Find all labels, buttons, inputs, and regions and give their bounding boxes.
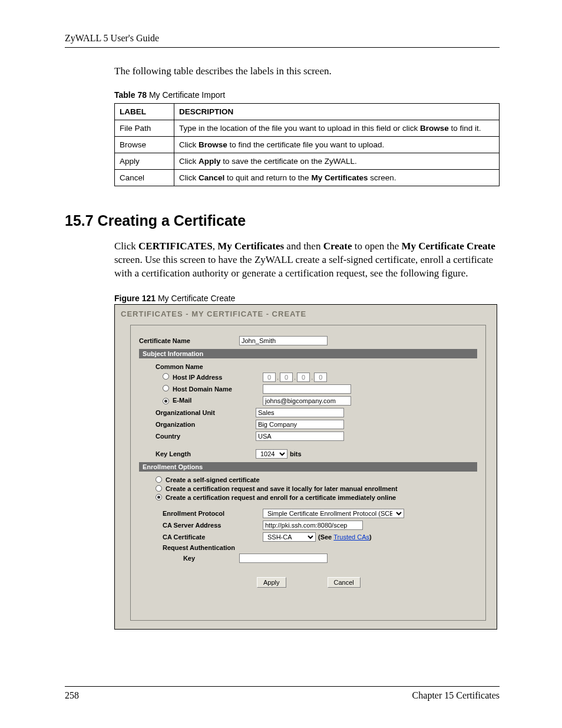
label-country: Country xyxy=(139,433,256,440)
table-78: LABEL DESCRIPTION File Path Type in the … xyxy=(114,103,500,186)
section-heading: 15.7 Creating a Certificate xyxy=(65,212,500,229)
apply-button[interactable]: Apply xyxy=(257,577,286,588)
screen-title: CERTIFICATES - MY CERTIFICATE - CREATE xyxy=(115,305,497,322)
label-host-domain: Host Domain Name xyxy=(139,385,263,393)
intro-text: The following table describes the labels… xyxy=(114,65,500,77)
doc-header: ZyWALL 5 User's Guide xyxy=(65,33,500,44)
table-row: Browse Click Browse to find the certific… xyxy=(115,137,500,153)
radio-host-ip[interactable] xyxy=(163,373,169,380)
figure-screenshot: CERTIFICATES - MY CERTIFICATE - CREATE C… xyxy=(114,304,497,630)
table-row: File Path Type in the location of the fi… xyxy=(115,120,500,137)
cell-label: File Path xyxy=(115,120,174,137)
figure-caption-number: Figure 121 xyxy=(114,294,156,303)
key-length-select[interactable]: 1024 xyxy=(256,449,287,459)
page-footer: 258 Chapter 15 Certificates xyxy=(65,686,500,701)
label-enroll-proto: Enrollment Protocol xyxy=(139,510,263,517)
section-enrollment-options: Enrollment Options xyxy=(139,462,477,472)
radio-host-domain[interactable] xyxy=(163,385,169,391)
cell-desc: Click Cancel to quit and return to the M… xyxy=(174,170,500,186)
label-online-enroll: Create a certification request and enrol… xyxy=(166,494,396,501)
cell-label: Cancel xyxy=(115,170,174,186)
email-input[interactable] xyxy=(263,396,351,406)
label-ca-server: CA Server Address xyxy=(139,522,263,529)
radio-online-enroll[interactable] xyxy=(156,494,162,500)
page-number: 258 xyxy=(65,690,79,701)
radio-email[interactable] xyxy=(163,398,169,404)
trusted-cas-link[interactable]: Trusted CAs xyxy=(333,533,369,541)
ca-cert-select[interactable]: SSH-CA xyxy=(263,532,316,542)
figure-caption-title: My Certificate Create xyxy=(156,294,235,303)
table-caption-number: Table 78 xyxy=(114,90,147,100)
label-key-length: Key Length xyxy=(139,450,256,457)
figure-caption: Figure 121 My Certificate Create xyxy=(114,294,500,303)
label-org-unit: Organizational Unit xyxy=(139,409,256,416)
section-subject-info: Subject Information xyxy=(139,349,477,358)
th-label: LABEL xyxy=(115,104,174,120)
radio-self-signed[interactable] xyxy=(156,476,162,483)
ip-seg-4[interactable] xyxy=(314,373,327,382)
key-input[interactable] xyxy=(239,554,328,563)
cell-label: Browse xyxy=(115,137,174,153)
table-row: Cancel Click Cancel to quit and return t… xyxy=(115,170,500,186)
radio-manual-enroll[interactable] xyxy=(156,485,162,492)
country-input[interactable] xyxy=(256,431,344,441)
label-bits: bits xyxy=(290,450,302,457)
cert-name-input[interactable] xyxy=(239,336,328,345)
footer-rule xyxy=(65,686,500,687)
th-description: DESCRIPTION xyxy=(174,104,500,120)
cell-desc: Click Browse to find the certificate fil… xyxy=(174,137,500,153)
table-caption: Table 78 My Certificate Import xyxy=(114,90,500,100)
table-row: Apply Click Apply to save the certificat… xyxy=(115,153,500,170)
enroll-proto-select[interactable]: Simple Certificate Enrollment Protocol (… xyxy=(263,509,404,518)
label-email: E-Mail xyxy=(139,397,263,404)
see-label: (See Trusted CAs) xyxy=(318,533,372,541)
form-panel: Certificate Name Subject Information Com… xyxy=(130,325,486,621)
cell-label: Apply xyxy=(115,153,174,170)
cancel-button[interactable]: Cancel xyxy=(328,577,361,588)
chapter-label: Chapter 15 Certificates xyxy=(412,690,500,701)
label-key: Key xyxy=(139,555,239,562)
section-paragraph: Click CERTIFICATES, My Certificates and … xyxy=(114,240,500,281)
ip-seg-3[interactable] xyxy=(297,373,310,382)
label-req-auth: Request Authentication xyxy=(139,544,263,551)
org-unit-input[interactable] xyxy=(256,408,344,417)
label-host-ip: Host IP Address xyxy=(139,373,263,381)
ip-seg-1[interactable] xyxy=(263,373,276,382)
ca-server-input[interactable] xyxy=(263,521,363,530)
header-rule xyxy=(65,47,500,48)
label-manual-enroll: Create a certification request and save … xyxy=(166,485,398,492)
cell-desc: Type in the location of the file you wan… xyxy=(174,120,500,137)
table-caption-title: My Certificate Import xyxy=(147,90,225,100)
label-ca-cert: CA Certificate xyxy=(139,533,263,541)
label-common-name: Common Name xyxy=(139,363,256,370)
label-cert-name: Certificate Name xyxy=(139,337,239,344)
label-self-signed: Create a self-signed certificate xyxy=(166,476,260,483)
cell-desc: Click Apply to save the certificate on t… xyxy=(174,153,500,170)
organization-input[interactable] xyxy=(256,420,344,429)
label-organization: Organization xyxy=(139,421,256,428)
host-domain-input[interactable] xyxy=(263,384,351,394)
ip-seg-2[interactable] xyxy=(280,373,293,382)
